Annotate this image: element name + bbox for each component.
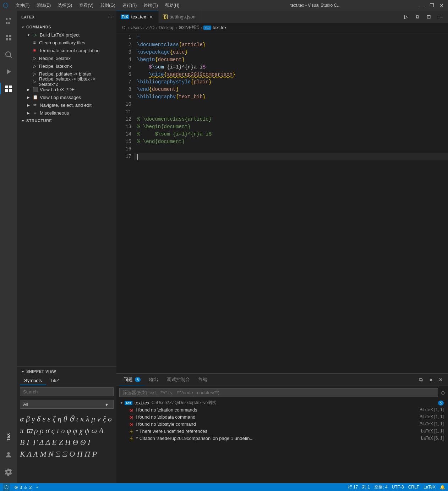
sep1: › — [128, 25, 129, 30]
breadcrumb-current-file[interactable]: TeX text.tex — [203, 25, 226, 30]
commands-label: COMMANDS — [26, 25, 51, 29]
sidebar-item-navigate[interactable]: ▶ ✏ Navigate, select, and edit — [17, 101, 116, 109]
error-icon-1: ⊗ — [129, 407, 133, 413]
error-icon: ⊗ — [14, 485, 18, 490]
tab-settings-json[interactable]: {} settings.json — [159, 11, 200, 23]
problem-item-3[interactable]: ⊗ I found no \bibstyle command BibTeX [1… — [118, 421, 447, 428]
menu-select[interactable]: 选择(S) — [55, 2, 75, 9]
check-icon: ✓ — [36, 485, 39, 490]
code-editor[interactable]: 12345 678910 1112131415 1617 ~ \document… — [116, 32, 448, 373]
close-button[interactable]: ✕ — [438, 2, 445, 8]
maximize-button[interactable]: ❐ — [428, 2, 435, 8]
svg-rect-0 — [6, 35, 8, 37]
layout-button[interactable]: ⊡ — [424, 12, 434, 22]
sidebar-item-terminate[interactable]: ■ Terminate current compilation — [17, 46, 116, 54]
tex-tab-icon: TeX — [121, 15, 129, 19]
problem-item-4[interactable]: ⚠ ^ There were undefined references. LaT… — [118, 428, 447, 435]
status-language[interactable]: LaTeX — [424, 484, 436, 490]
problem-item-2[interactable]: ⊗ I found no \bibdata command BibTeX [1,… — [118, 414, 447, 421]
breadcrumb-texlive[interactable]: texlive测试 — [179, 24, 199, 31]
line-8: \end{document} — [134, 86, 448, 93]
structure-section-header[interactable]: ▾ STRUCTURE — [17, 117, 116, 125]
snippet-search-input[interactable] — [20, 387, 114, 396]
status-position[interactable]: 行 17，列 1 — [348, 484, 370, 490]
tab-symbols[interactable]: Symbols — [20, 376, 46, 385]
status-notifications[interactable]: 🔔 — [440, 484, 445, 490]
line-12: % \documentclass{article} — [134, 116, 448, 123]
activity-run[interactable] — [0, 63, 17, 80]
sidebar-item-recipe-xelatex[interactable]: ▷ Recipe: xelatex — [17, 54, 116, 62]
tex-activity-label[interactable]: TeX — [6, 433, 11, 441]
problem-item-1[interactable]: ⊗ I found no \citation commands BibTeX [… — [118, 407, 447, 414]
sidebar-item-recipe-xelatex-bibtex[interactable]: ▷ Recipe: xelatex -> bibtex -> xelatex*2 — [17, 78, 116, 85]
line-2: \documentclass{article} — [134, 41, 448, 49]
breadcrumb-zzq[interactable]: ZZQ — [146, 25, 154, 30]
view-pdf-label: View LaTeX PDF — [40, 87, 75, 92]
status-errors[interactable]: ⊗ 3 ⚠ 2 — [14, 485, 32, 490]
line-1: ~ — [134, 34, 448, 41]
sidebar-item-clean[interactable]: ≡ Clean up auxiliary files — [17, 39, 116, 46]
panel-close-button[interactable]: ✕ — [437, 375, 445, 384]
more-actions-button[interactable]: ··· — [435, 12, 445, 22]
view-log-chevron: ▶ — [26, 94, 31, 100]
commands-section-header[interactable]: ▾ COMMANDS — [17, 23, 116, 31]
tab-text-tex-close[interactable]: ✕ — [148, 14, 154, 20]
sidebar-item-build[interactable]: ▾ ▷ Build LaTeX project — [17, 31, 116, 39]
status-check[interactable]: ✓ — [36, 485, 39, 490]
editor-text-content[interactable]: ~ \documentclass{article} \usepackage{ci… — [134, 32, 448, 373]
activity-account[interactable] — [0, 446, 17, 463]
window-title: text.tex - Visual Studio C... — [215, 3, 415, 8]
split-editor-button[interactable]: ⧉ — [413, 12, 422, 22]
activity-explorer[interactable] — [0, 29, 17, 46]
panel-tab-debug[interactable]: 调试控制台 — [163, 374, 194, 386]
panel-collapse-button[interactable]: ∧ — [427, 375, 435, 384]
menu-file[interactable]: 文件(F) — [13, 2, 32, 9]
snippet-category-select[interactable]: All Greek Math Arrows Relations — [20, 400, 114, 409]
activity-source-control[interactable] — [0, 12, 17, 29]
sidebar-item-recipe-latexmk[interactable]: ▷ Recipe: latexmk — [17, 62, 116, 70]
status-encoding[interactable]: UTF-8 — [392, 484, 404, 490]
activity-extensions[interactable] — [0, 80, 17, 97]
panel-maximize-button[interactable]: ⧉ — [417, 375, 425, 384]
breadcrumb-desktop[interactable]: Desktop — [159, 25, 174, 30]
terminate-icon: ■ — [31, 48, 38, 53]
view-pdf-icon: ⬛ — [32, 86, 38, 93]
breadcrumb-drive[interactable]: C: — [122, 25, 126, 30]
panel-tab-terminal[interactable]: 终端 — [194, 374, 212, 386]
tab-text-tex[interactable]: TeX text.tex ✕ — [116, 11, 159, 23]
filter-input[interactable] — [119, 388, 438, 397]
activity-search[interactable] — [0, 46, 17, 63]
line-7: \bibliographystyle{plain} — [134, 78, 448, 86]
sidebar-item-misc[interactable]: ▶ ≡ Miscellaneous — [17, 109, 116, 117]
menu-run[interactable]: 运行(R) — [120, 2, 140, 9]
panel-tab-output[interactable]: 输出 — [145, 374, 163, 386]
sidebar-item-view-log[interactable]: ▶ 📋 View Log messages — [17, 93, 116, 101]
status-line-ending[interactable]: CRLF — [408, 484, 419, 490]
svg-rect-1 — [6, 38, 8, 40]
problem-item-5[interactable]: ⚠ ^ Citation 'saederup2019comparison' on… — [118, 435, 447, 442]
svg-line-5 — [10, 56, 12, 58]
svg-point-4 — [6, 52, 11, 57]
problem-file-header[interactable]: ▾ TeX text.tex C:\Users\ZZQ\Desktop\texl… — [118, 399, 447, 407]
view-log-label: View Log messages — [40, 95, 81, 100]
recipe-pdf-label: Recipe: pdflatex -> bibtex — [39, 71, 91, 77]
menu-edit[interactable]: 编辑(E) — [34, 2, 54, 9]
status-spaces[interactable]: 空格: 4 — [374, 484, 387, 490]
minimize-button[interactable]: — — [418, 2, 425, 8]
breadcrumb-users[interactable]: Users — [131, 25, 142, 30]
commands-chevron: ▾ — [20, 24, 26, 30]
line-6: \cite{saederup2019comparison} — [134, 71, 448, 78]
tab-tikz[interactable]: TikZ — [46, 376, 64, 385]
activity-settings[interactable] — [0, 463, 17, 480]
run-button[interactable]: ▷ — [401, 12, 411, 22]
recipe-xelatex-bibtex-label: Recipe: xelatex -> bibtex -> xelatex*2 — [39, 76, 114, 87]
menu-terminal[interactable]: 终端(T) — [141, 2, 160, 9]
menu-goto[interactable]: 转到(G) — [98, 2, 118, 9]
menu-help[interactable]: 帮助(H) — [162, 2, 182, 9]
filter-icon[interactable]: ⊕ — [441, 390, 445, 396]
sidebar-more-button[interactable]: ··· — [108, 14, 112, 20]
menu-view[interactable]: 查看(V) — [76, 2, 96, 9]
status-vscode-icon[interactable]: ⬡ — [3, 483, 10, 491]
panel-tab-problems[interactable]: 问题 5 — [119, 374, 145, 386]
tab-bar: TeX text.tex ✕ {} settings.json ▷ ⧉ ⊡ ··… — [116, 11, 448, 23]
